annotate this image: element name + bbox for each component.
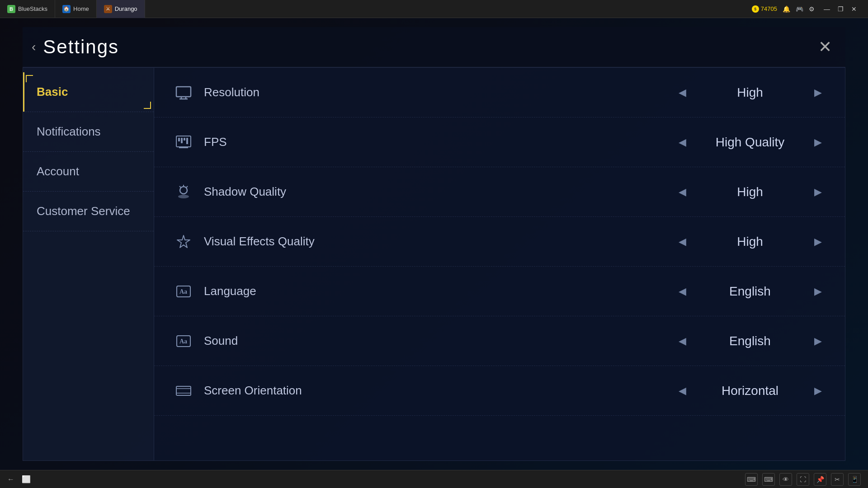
notification-icon[interactable]: 🔔	[782, 5, 791, 14]
bluestacks-icon: B	[7, 5, 15, 13]
visual-effects-icon	[172, 233, 195, 251]
visual-effects-name: Visual Effects Quality	[204, 235, 673, 249]
settings-main: Resolution ◀ High ▶	[154, 68, 845, 460]
sidebar-item-notifications[interactable]: Notifications	[23, 112, 154, 152]
resolution-value: High	[705, 85, 795, 100]
svg-rect-0	[176, 87, 191, 97]
visual-effects-next-button[interactable]: ▶	[809, 230, 827, 253]
screen-orientation-name: Screen Orientation	[204, 384, 673, 398]
bottom-bar: ← ⬜ ⌨ ⌨ 👁 ⛶ 📌 ✂ 📱	[0, 470, 868, 488]
taskbar-right: $ 74705 🔔 🎮 ⚙ — ❐ ✕	[752, 2, 868, 16]
language-next-button[interactable]: ▶	[809, 280, 827, 303]
visual-effects-value: High	[705, 235, 795, 249]
close-settings-button[interactable]: ✕	[818, 38, 832, 56]
fps-name: FPS	[204, 135, 673, 149]
sound-control: ◀ English ▶	[673, 330, 827, 352]
sidebar: Basic Notifications Account Customer Ser…	[23, 68, 154, 460]
shadow-quality-prev-button[interactable]: ◀	[673, 181, 691, 203]
sidebar-item-customer-service[interactable]: Customer Service	[23, 192, 154, 231]
close-window-button[interactable]: ✕	[847, 2, 861, 16]
fullscreen-icon[interactable]: ⛶	[797, 473, 809, 486]
durango-icon: ⚔	[104, 5, 112, 13]
sound-icon: Aa	[172, 332, 195, 350]
screen-orientation-row: Screen Orientation ◀ Horizontal ▶	[154, 366, 845, 416]
sound-row: Aa Sound ◀ English ▶	[154, 316, 845, 366]
settings-title-row: ‹ Settings	[32, 36, 119, 58]
language-control: ◀ English ▶	[673, 280, 827, 303]
svg-point-11	[178, 195, 189, 198]
sidebar-account-label: Account	[37, 164, 79, 178]
taskbar-durango[interactable]: ⚔ Durango	[97, 0, 145, 18]
visual-effects-prev-button[interactable]: ◀	[673, 230, 691, 253]
bottom-right-controls: ⌨ ⌨ 👁 ⛶ 📌 ✂ 📱	[745, 473, 861, 486]
svg-marker-12	[177, 235, 190, 248]
language-value: English	[705, 284, 795, 299]
coin-icon: $	[752, 5, 759, 13]
taskbar-bluestacks[interactable]: B BlueStacks	[0, 0, 55, 18]
svg-text:Aa: Aa	[179, 288, 187, 295]
fps-next-button[interactable]: ▶	[809, 131, 827, 154]
fps-prev-button[interactable]: ◀	[673, 131, 691, 154]
settings-header: ‹ Settings ✕	[23, 27, 845, 67]
home-navigate-icon[interactable]: ⬜	[22, 475, 31, 483]
maximize-button[interactable]: ❐	[834, 2, 847, 16]
svg-text:Aa: Aa	[179, 338, 187, 345]
game-area: ‹ Settings ✕ Basic Notifications Account	[0, 18, 868, 470]
language-name: Language	[204, 284, 673, 298]
keyboard2-icon[interactable]: ⌨	[762, 473, 775, 486]
bottom-left-controls: ← ⬜	[7, 475, 31, 483]
sound-value: English	[705, 334, 795, 348]
back-button[interactable]: ‹	[32, 41, 36, 53]
settings-icon[interactable]: ⚙	[808, 5, 816, 14]
screen-orientation-prev-button[interactable]: ◀	[673, 380, 691, 402]
coins-amount: 74705	[761, 5, 777, 12]
language-icon: Aa	[172, 282, 195, 300]
sound-name: Sound	[204, 334, 673, 348]
visual-effects-row: Visual Effects Quality ◀ High ▶	[154, 217, 845, 267]
resolution-name: Resolution	[204, 85, 673, 99]
svg-point-10	[180, 187, 187, 194]
camera-icon[interactable]: 👁	[779, 473, 792, 486]
screen-orientation-next-button[interactable]: ▶	[809, 380, 827, 402]
sidebar-item-basic[interactable]: Basic	[23, 72, 154, 112]
taskbar-system-icons: 🔔 🎮 ⚙	[782, 5, 816, 14]
window-controls: — ❐ ✕	[820, 2, 861, 16]
resolution-prev-button[interactable]: ◀	[673, 81, 691, 104]
resolution-control: ◀ High ▶	[673, 81, 827, 104]
shadow-quality-next-button[interactable]: ▶	[809, 181, 827, 203]
shadow-quality-value: High	[705, 185, 795, 199]
gamepad-icon[interactable]: 🎮	[795, 5, 804, 14]
mobile-icon[interactable]: 📱	[848, 473, 861, 486]
svg-rect-4	[176, 136, 191, 147]
sidebar-item-account[interactable]: Account	[23, 152, 154, 192]
shadow-quality-name: Shadow Quality	[204, 185, 673, 199]
keyboard-icon[interactable]: ⌨	[745, 473, 758, 486]
shadow-quality-icon	[172, 183, 195, 201]
fps-control: ◀ High Quality ▶	[673, 131, 827, 154]
shadow-quality-control: ◀ High ▶	[673, 181, 827, 203]
svg-rect-8	[186, 138, 188, 144]
language-prev-button[interactable]: ◀	[673, 280, 691, 303]
coins-display: $ 74705	[752, 5, 777, 13]
sidebar-notifications-label: Notifications	[37, 125, 101, 138]
language-row: Aa Language ◀ English ▶	[154, 267, 845, 316]
resolution-next-button[interactable]: ▶	[809, 81, 827, 104]
fps-row: FPS ◀ High Quality ▶	[154, 117, 845, 167]
back-navigate-icon[interactable]: ←	[7, 475, 14, 483]
screen-orientation-value: Horizontal	[705, 384, 795, 398]
taskbar: B BlueStacks 🏠 Home ⚔ Durango $ 74705 🔔 …	[0, 0, 868, 18]
settings-content: Basic Notifications Account Customer Ser…	[23, 67, 845, 461]
svg-rect-7	[184, 138, 185, 141]
sound-prev-button[interactable]: ◀	[673, 330, 691, 352]
resolution-row: Resolution ◀ High ▶	[154, 68, 845, 117]
svg-rect-17	[176, 386, 191, 395]
cut-icon[interactable]: ✂	[831, 473, 844, 486]
home-icon: 🏠	[62, 5, 71, 13]
sidebar-basic-label: Basic	[37, 85, 68, 99]
home-label: Home	[73, 5, 89, 12]
svg-rect-6	[181, 138, 183, 143]
sound-next-button[interactable]: ▶	[809, 330, 827, 352]
pin-icon[interactable]: 📌	[814, 473, 826, 486]
minimize-button[interactable]: —	[820, 2, 834, 16]
taskbar-home[interactable]: 🏠 Home	[55, 0, 97, 18]
